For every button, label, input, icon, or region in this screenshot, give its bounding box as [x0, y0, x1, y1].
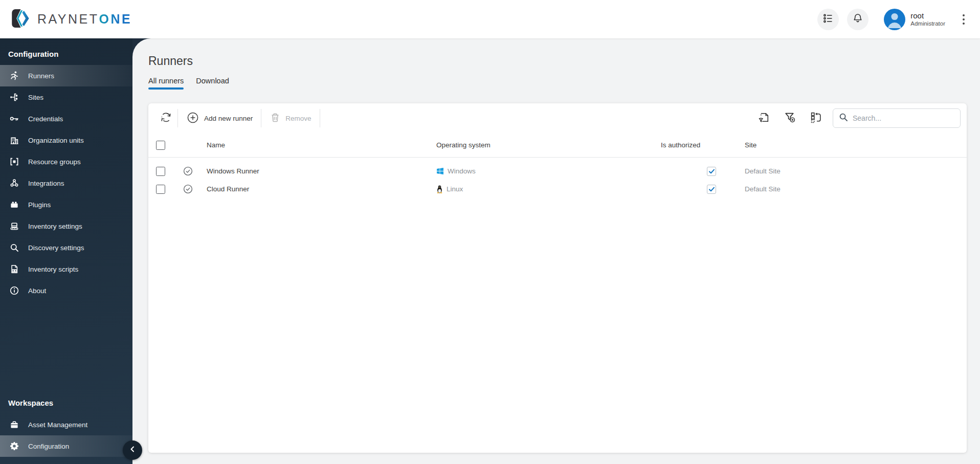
- sidebar-item-organization-units[interactable]: Organization units: [0, 129, 132, 151]
- sidebar-item-label: Inventory settings: [28, 223, 82, 230]
- sidebar-item-label: Resource groups: [28, 158, 81, 166]
- remove-button[interactable]: Remove: [261, 108, 319, 128]
- sidebar-workspace-items: Asset ManagementConfiguration: [0, 414, 132, 457]
- sidebar-item-asset-management[interactable]: Asset Management: [0, 414, 132, 435]
- table-body: Windows RunnerWindowsDefault SiteCloud R…: [148, 158, 967, 198]
- inventory-settings-icon: [9, 221, 20, 231]
- app-logo: RAYNETONE: [9, 8, 132, 31]
- sidebar-item-label: Discovery settings: [28, 244, 84, 252]
- sidebar-item-label: Plugins: [28, 201, 51, 209]
- sites-icon: [9, 92, 20, 102]
- add-new-runner-button[interactable]: Add new runner: [178, 108, 261, 128]
- trash-icon: [270, 112, 281, 125]
- windows-logo-icon: [436, 167, 444, 175]
- sidebar-item-plugins[interactable]: Plugins: [0, 194, 132, 215]
- table-toolbar: Add new runner Remove: [148, 103, 967, 133]
- search-icon: [839, 113, 848, 124]
- more-options-button[interactable]: [959, 9, 969, 30]
- search-input[interactable]: [853, 114, 954, 122]
- column-header-operating-system[interactable]: Operating system: [431, 141, 660, 149]
- list-icon: [822, 13, 834, 26]
- sidebar-item-label: Organization units: [28, 137, 84, 144]
- sidebar-item-integrations[interactable]: Integrations: [0, 172, 132, 194]
- runner-name-cell: Cloud Runner: [203, 185, 431, 193]
- sidebar-collapse-button[interactable]: [123, 440, 142, 460]
- select-all-checkbox[interactable]: [156, 141, 165, 150]
- column-chooser-button[interactable]: [810, 111, 822, 126]
- sidebar-item-label: Configuration: [28, 443, 69, 450]
- sidebar-item-label: Sites: [28, 94, 43, 101]
- bell-icon: [852, 13, 863, 26]
- key-icon: [9, 114, 20, 124]
- script-icon: [9, 264, 20, 274]
- tab-bar: All runners Download: [132, 77, 980, 90]
- sidebar-section-workspaces: Workspaces: [0, 387, 132, 414]
- plugin-icon: [9, 200, 20, 210]
- raynet-logo-icon: [9, 8, 31, 31]
- sidebar-item-inventory-settings[interactable]: Inventory settings: [0, 215, 132, 237]
- is-authorized-checkbox[interactable]: [707, 185, 716, 194]
- content-area: Runners All runners Download Add new run…: [132, 38, 980, 464]
- tab-all-runners[interactable]: All runners: [148, 77, 184, 90]
- topbar: RAYNETONE root Administrator: [0, 0, 980, 38]
- row-select-checkbox[interactable]: [156, 167, 165, 176]
- table-row[interactable]: Cloud RunnerLinuxDefault Site: [148, 180, 967, 198]
- tab-download[interactable]: Download: [196, 77, 229, 90]
- sidebar-item-credentials[interactable]: Credentials: [0, 108, 132, 129]
- plus-circle-icon: [186, 111, 199, 126]
- sidebar-item-discovery-settings[interactable]: Discovery settings: [0, 237, 132, 258]
- sidebar-item-label: Inventory scripts: [28, 266, 78, 273]
- refresh-button[interactable]: [154, 108, 177, 128]
- runner-os-cell: Linux: [431, 185, 660, 193]
- table-row[interactable]: Windows RunnerWindowsDefault Site: [148, 162, 967, 180]
- is-authorized-checkbox[interactable]: [707, 167, 716, 176]
- kebab-icon: [963, 14, 965, 16]
- row-select-checkbox[interactable]: [156, 185, 165, 194]
- runner-status-icon: [173, 166, 203, 176]
- activity-list-button[interactable]: [817, 9, 839, 30]
- sidebar-item-sites[interactable]: Sites: [0, 86, 132, 108]
- column-chooser-icon: [810, 111, 822, 126]
- sidebar-item-label: Runners: [28, 72, 54, 80]
- topbar-actions: root Administrator: [817, 9, 969, 30]
- runner-os-label: Windows: [448, 167, 476, 175]
- sidebar-item-configuration[interactable]: Configuration: [0, 435, 132, 457]
- app-logo-text: RAYNETONE: [37, 12, 132, 27]
- runners-panel: Add new runner Remove: [148, 103, 967, 453]
- info-icon: [9, 285, 20, 296]
- sidebar-item-label: Integrations: [28, 180, 64, 187]
- user-name: root: [910, 11, 945, 20]
- saved-filters-button[interactable]: [758, 111, 770, 126]
- building-icon: [9, 135, 20, 145]
- magnifier-icon: [9, 242, 20, 253]
- search-box: [833, 108, 961, 128]
- runner-name-cell: Windows Runner: [203, 167, 431, 175]
- column-header-is-authorized[interactable]: Is authorized: [660, 141, 742, 149]
- linux-tux-icon: [436, 185, 443, 193]
- sidebar-item-resource-groups[interactable]: Resource groups: [0, 151, 132, 172]
- runner-site-cell: Default Site: [742, 185, 967, 193]
- sidebar-item-runners[interactable]: Runners: [0, 65, 132, 86]
- runner-os-label: Linux: [447, 185, 463, 193]
- user-role: Administrator: [910, 20, 945, 27]
- toolbox-icon: [9, 419, 20, 430]
- page-title: Runners: [132, 38, 980, 68]
- sidebar-item-about[interactable]: About: [0, 280, 132, 301]
- filter-remove-icon: [784, 111, 796, 126]
- resource-groups-icon: [9, 157, 20, 167]
- notifications-button[interactable]: [847, 9, 868, 30]
- refresh-icon: [160, 111, 172, 125]
- runner-os-cell: Windows: [431, 167, 660, 175]
- runner-site-cell: Default Site: [742, 167, 967, 175]
- sidebar-section-configuration: Configuration: [0, 38, 132, 65]
- runner-icon: [9, 71, 20, 81]
- sidebar: Configuration RunnersSitesCredentialsOrg…: [0, 38, 132, 464]
- runner-status-icon: [173, 184, 203, 194]
- column-header-site[interactable]: Site: [742, 141, 967, 149]
- clear-filter-button[interactable]: [784, 111, 796, 126]
- column-header-name[interactable]: Name: [203, 141, 431, 149]
- user-menu[interactable]: root Administrator: [884, 9, 945, 30]
- sidebar-item-inventory-scripts[interactable]: Inventory scripts: [0, 258, 132, 280]
- avatar: [884, 9, 905, 30]
- sidebar-item-label: Asset Management: [28, 421, 87, 429]
